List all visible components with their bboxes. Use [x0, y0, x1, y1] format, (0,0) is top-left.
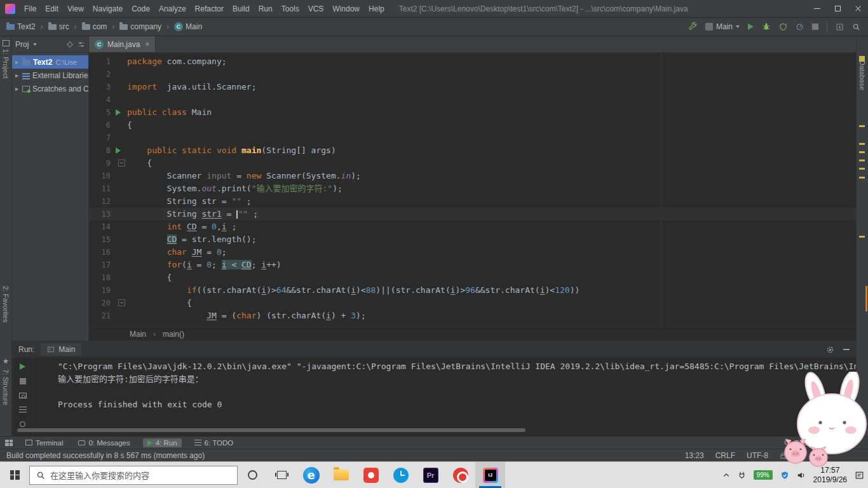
- taskbar-app-edge[interactable]: e: [296, 462, 326, 488]
- menu-help[interactable]: Help: [364, 4, 389, 13]
- menu-window[interactable]: Window: [328, 4, 364, 13]
- menu-vcs[interactable]: VCS: [304, 4, 329, 13]
- toolwindow-tab-todo[interactable]: 6: TODO: [192, 438, 236, 447]
- run-button[interactable]: [748, 24, 754, 30]
- code-line[interactable]: 15 CD = str.length();: [89, 233, 856, 246]
- project-toolwindow-icon[interactable]: [3, 40, 10, 46]
- run-tab-main[interactable]: Main: [41, 343, 81, 356]
- chevron-right-icon[interactable]: ▸: [15, 58, 22, 65]
- pin-tab-icon[interactable]: [20, 421, 25, 427]
- code-line[interactable]: 18 {: [89, 271, 856, 284]
- breadcrumb-item-main[interactable]: CMain: [173, 22, 203, 32]
- minimize-button[interactable]: [807, 0, 827, 17]
- breadcrumb-item-com[interactable]: com: [81, 22, 109, 32]
- taskbar-app-clock-app[interactable]: [386, 462, 416, 488]
- status-message[interactable]: Build completed successfully in 8 s 567 …: [6, 451, 205, 460]
- tree-item[interactable]: ▸Scratches and Consoles: [12, 82, 88, 95]
- code-line[interactable]: 4: [89, 93, 856, 106]
- menu-run[interactable]: Run: [254, 4, 277, 13]
- breadcrumb-item-company[interactable]: company: [118, 22, 163, 32]
- code-line[interactable]: 13 String str1 = "" ;: [89, 208, 856, 220]
- file-encoding[interactable]: UTF-8: [747, 451, 768, 460]
- updates-icon[interactable]: [836, 23, 844, 31]
- security-shield-icon[interactable]: [780, 471, 789, 480]
- cortana-button[interactable]: [238, 462, 267, 488]
- power-plug-icon[interactable]: [738, 471, 746, 479]
- taskbar-app-red-app[interactable]: [356, 462, 386, 488]
- menu-navigate[interactable]: Navigate: [88, 4, 127, 13]
- menu-analyze[interactable]: Analyze: [154, 4, 191, 13]
- lock-icon[interactable]: [780, 452, 787, 459]
- code-line[interactable]: 10 Scanner input = new Scanner(System.in…: [89, 170, 856, 182]
- stripe-database-label[interactable]: Database: [858, 60, 866, 90]
- event-log-button[interactable]: Event Log: [783, 439, 827, 447]
- code-line[interactable]: 1package com.company;: [89, 55, 856, 68]
- taskbar-search[interactable]: 在这里输入你要搜索的内容: [29, 466, 238, 485]
- chevron-right-icon[interactable]: ▸: [15, 85, 22, 92]
- start-button[interactable]: [0, 462, 29, 488]
- code-line[interactable]: 16 char JM = 0;: [89, 246, 856, 259]
- menu-view[interactable]: View: [63, 4, 88, 13]
- volume-icon[interactable]: [797, 471, 806, 480]
- scrollbar-thumb[interactable]: [865, 286, 867, 311]
- tab-main-java[interactable]: C Main.java ×: [89, 36, 156, 52]
- close-button[interactable]: [848, 0, 868, 17]
- fold-icon[interactable]: −: [118, 299, 125, 306]
- breadcrumb-item-text2[interactable]: Text2: [5, 22, 37, 32]
- code-line[interactable]: 3import java.util.Scanner;: [89, 81, 856, 93]
- dump-threads-icon[interactable]: [19, 393, 27, 398]
- project-panel-title[interactable]: Project: [15, 40, 29, 49]
- menu-code[interactable]: Code: [127, 4, 154, 13]
- code-line[interactable]: 7: [89, 132, 856, 144]
- close-tab-icon[interactable]: ×: [145, 40, 149, 49]
- breadcrumb-class[interactable]: Main: [130, 330, 146, 339]
- code-editor[interactable]: 1package com.company;23import java.util.…: [89, 53, 856, 327]
- settings-sliders-icon[interactable]: [78, 41, 85, 48]
- battery-indicator[interactable]: 99%: [754, 470, 773, 480]
- code-line[interactable]: 9− {: [89, 157, 856, 170]
- console-output[interactable]: "C:\Program Files\Java\jdk-12.0.2\bin\ja…: [34, 358, 856, 436]
- taskbar-clock[interactable]: 17:57 2019/9/26: [813, 466, 847, 485]
- code-line[interactable]: 12 String str = "" ;: [89, 195, 856, 208]
- fold-icon[interactable]: −: [118, 159, 125, 166]
- menu-file[interactable]: File: [20, 4, 41, 13]
- console-horizontal-scrollbar[interactable]: [17, 428, 526, 432]
- toolwindow-switcher-icon[interactable]: [5, 440, 13, 446]
- caret-position[interactable]: 13:23: [685, 451, 704, 460]
- stop-process-button[interactable]: [20, 378, 26, 384]
- code-line[interactable]: 8 public static void main(String[] args): [89, 144, 856, 157]
- tree-item[interactable]: ▸Text2C:\Use: [12, 55, 88, 69]
- taskbar-app-intellij[interactable]: IJ: [475, 462, 505, 488]
- toolwindow-tab-balloon[interactable]: 0: Messages: [76, 438, 132, 447]
- code-line[interactable]: 21 JM = (char) (str.charAt(i) + 3);: [89, 309, 856, 322]
- run-configuration-selector[interactable]: Main: [705, 22, 740, 31]
- code-line[interactable]: 2: [89, 68, 856, 81]
- profiler-button[interactable]: [796, 23, 804, 31]
- code-line[interactable]: 20− {: [89, 297, 856, 309]
- code-line[interactable]: 17 for(i = 0; i < CD; i++): [89, 259, 856, 271]
- stripe-favorites-label[interactable]: 2: Favorites: [2, 286, 10, 322]
- debug-button[interactable]: [762, 22, 771, 31]
- action-center-icon[interactable]: [855, 471, 864, 480]
- code-line[interactable]: 6{: [89, 119, 856, 132]
- breadcrumb-item-src[interactable]: src: [47, 22, 71, 32]
- taskbar-app-explorer[interactable]: [326, 462, 356, 488]
- menu-tools[interactable]: Tools: [277, 4, 304, 13]
- code-line[interactable]: 5public class Main: [89, 106, 856, 119]
- tree-item[interactable]: ▸External Libraries: [12, 69, 88, 82]
- stripe-project-label[interactable]: 1: Project: [2, 49, 10, 78]
- breadcrumb-method[interactable]: main(): [163, 330, 184, 339]
- stop-button[interactable]: [812, 24, 818, 30]
- locate-icon[interactable]: [66, 41, 74, 48]
- chevron-right-icon[interactable]: ▸: [15, 72, 22, 79]
- scroll-to-end-icon[interactable]: [19, 407, 27, 413]
- favorites-star-icon[interactable]: ★: [3, 357, 9, 365]
- code-line[interactable]: 11 System.out.print("输入要加密的字符:");: [89, 182, 856, 195]
- stripe-structure-label[interactable]: 7: Structure: [2, 369, 10, 405]
- wrench-icon[interactable]: [688, 22, 697, 31]
- code-line[interactable]: 19 if((str.charAt(i)>64&&str.charAt(i)<8…: [89, 284, 856, 297]
- gear-icon[interactable]: [826, 346, 834, 354]
- line-separator[interactable]: CRLF: [715, 451, 735, 460]
- toolwindow-tab-play[interactable]: 4: Run: [143, 438, 182, 447]
- menu-build[interactable]: Build: [228, 4, 254, 13]
